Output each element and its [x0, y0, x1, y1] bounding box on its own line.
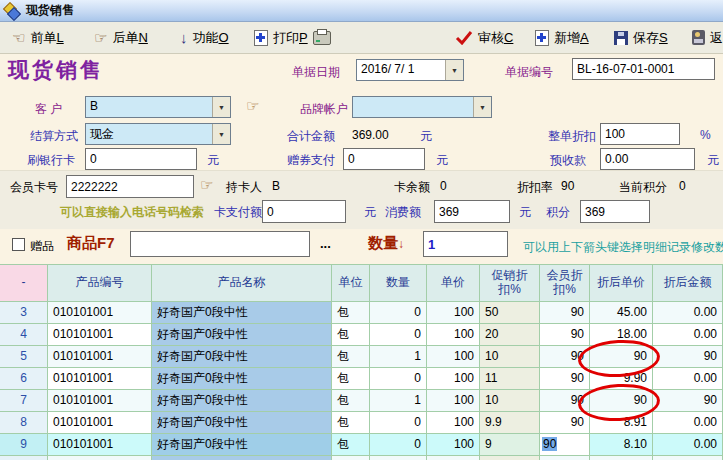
cell-price[interactable]: 100	[427, 302, 480, 324]
cell-qty[interactable]: 0	[370, 434, 427, 456]
cell-price[interactable]: 100	[427, 412, 480, 434]
doc-date-combobox[interactable]: 2016/ 7/ 1	[356, 59, 464, 81]
cell-name[interactable]: 好奇国产0段中性	[152, 346, 332, 368]
cell-promo[interactable]: 11	[480, 368, 540, 390]
cell-price[interactable]: 100	[427, 346, 480, 368]
table-row[interactable]: 7010101001好奇国产0段中性包110010909090	[0, 390, 723, 412]
cell-name[interactable]: 好奇国产0段中性	[152, 390, 332, 412]
column-header[interactable]: 折后单价	[590, 265, 653, 302]
cell-price[interactable]: 100	[427, 390, 480, 412]
cell-no[interactable]: 6	[0, 368, 48, 390]
editing-cell-selected-text[interactable]: 90	[542, 437, 557, 451]
cell-amount[interactable]: 0.00	[653, 368, 723, 390]
print-button[interactable]: 打印P	[254, 22, 331, 53]
cell-code[interactable]: 010101001	[48, 412, 152, 434]
cell-unit[interactable]: 包	[332, 346, 370, 368]
whole-discount-input[interactable]	[600, 123, 680, 145]
cell-amount[interactable]: 90	[653, 346, 723, 368]
cell-name[interactable]: 好奇国产0段中性	[152, 434, 332, 456]
cell-amount[interactable]: 0.00	[653, 412, 723, 434]
next-doc-button[interactable]: ☞ 后单N	[94, 22, 148, 53]
cell-member[interactable]: 90	[540, 324, 590, 346]
cell-qty[interactable]: 0	[370, 412, 427, 434]
brand-account-combobox[interactable]	[352, 96, 492, 118]
cell-price[interactable]: 100	[427, 368, 480, 390]
cell-no[interactable]: 3	[0, 302, 48, 324]
cell-disc_price[interactable]: 18.00	[590, 324, 653, 346]
cell-member[interactable]: 90	[540, 434, 590, 456]
cell-code[interactable]: 010101001	[48, 434, 152, 456]
coupon-pay-input[interactable]	[343, 148, 425, 170]
cell-code[interactable]: 010101001	[48, 302, 152, 324]
cell-amount[interactable]: 0.00	[653, 434, 723, 456]
column-header[interactable]: 单位	[332, 265, 370, 302]
card-pay-input[interactable]	[262, 200, 346, 223]
cell-name[interactable]: 好奇国产0段中性	[152, 412, 332, 434]
column-header[interactable]: 会员折扣%	[540, 265, 590, 302]
cell-no[interactable]: 8	[0, 412, 48, 434]
cell-amount[interactable]: 90	[653, 390, 723, 412]
save-button[interactable]: 保存S	[614, 22, 668, 53]
column-header[interactable]: -	[0, 265, 48, 302]
cell-amount[interactable]: 0.00	[653, 302, 723, 324]
cell-disc_price[interactable]: 90	[590, 390, 653, 412]
cell-qty[interactable]: 0	[370, 302, 427, 324]
cell-price[interactable]: 100	[427, 434, 480, 456]
back-button[interactable]: 返回	[692, 22, 723, 53]
cell-disc_price[interactable]: 8.91	[590, 412, 653, 434]
cell-no[interactable]: 4	[0, 324, 48, 346]
cell-promo[interactable]: 10	[480, 346, 540, 368]
cell-code[interactable]: 010101001	[48, 368, 152, 390]
cell-disc_price[interactable]: 9.90	[590, 368, 653, 390]
table-row[interactable]: 8010101001好奇国产0段中性包01009.9908.910.00	[0, 412, 723, 434]
cell-no[interactable]: 9	[0, 434, 48, 456]
cell-amount[interactable]: 0.00	[653, 324, 723, 346]
cell-promo[interactable]: 50	[480, 302, 540, 324]
column-header[interactable]: 产品编号	[48, 265, 152, 302]
table-row[interactable]: 6010101001好奇国产0段中性包010011909.900.00	[0, 368, 723, 390]
printer-icon[interactable]	[313, 31, 331, 45]
table-row[interactable]: 4010101001好奇国产0段中性包0100209018.000.00	[0, 324, 723, 346]
column-header[interactable]: 产品名称	[152, 265, 332, 302]
customer-dropdown-button[interactable]	[212, 97, 230, 117]
cell-price[interactable]: 100	[427, 324, 480, 346]
bank-card-input[interactable]	[85, 148, 197, 170]
member-card-input[interactable]	[66, 175, 194, 198]
product-input[interactable]	[130, 231, 310, 257]
settle-method-combobox[interactable]: 现金	[85, 123, 231, 145]
cell-unit[interactable]: 包	[332, 368, 370, 390]
cell-promo[interactable]: 9	[480, 434, 540, 456]
cell-unit[interactable]: 包	[332, 434, 370, 456]
qty-input[interactable]	[423, 231, 508, 257]
audit-button[interactable]: 审核C	[455, 22, 513, 53]
cell-code[interactable]: 010101001	[48, 390, 152, 412]
cell-unit[interactable]: 包	[332, 324, 370, 346]
column-header[interactable]: 数量	[370, 265, 427, 302]
cell-code[interactable]: 010101001	[48, 346, 152, 368]
cell-member[interactable]: 90	[540, 390, 590, 412]
cell-qty[interactable]: 1	[370, 390, 427, 412]
cell-disc_price[interactable]: 8.10	[590, 434, 653, 456]
cell-no[interactable]: 5	[0, 346, 48, 368]
column-header[interactable]: 单价	[427, 265, 480, 302]
cell-promo[interactable]: 20	[480, 324, 540, 346]
brand-account-dropdown-button[interactable]	[473, 97, 491, 117]
member-lookup-hand-icon[interactable]	[200, 177, 213, 192]
precharge-input[interactable]	[600, 148, 695, 170]
table-row[interactable]: 9010101001好奇国产0段中性包01009908.100.00	[0, 434, 723, 456]
cell-member[interactable]: 90	[540, 412, 590, 434]
column-header[interactable]: 折后金额	[653, 265, 723, 302]
table-row[interactable]: 5010101001好奇国产0段中性包110010909090	[0, 346, 723, 368]
cell-name[interactable]: 好奇国产0段中性	[152, 324, 332, 346]
settle-method-dropdown-button[interactable]	[212, 124, 230, 144]
cell-member[interactable]: 90	[540, 302, 590, 324]
consume-input[interactable]	[434, 200, 510, 223]
cell-code[interactable]: 010101001	[48, 324, 152, 346]
points-input[interactable]	[580, 200, 650, 223]
cell-member[interactable]: 90	[540, 346, 590, 368]
doc-no-input[interactable]	[572, 58, 715, 80]
cell-disc_price[interactable]: 45.00	[590, 302, 653, 324]
column-header[interactable]: 促销折扣%	[480, 265, 540, 302]
new-button[interactable]: 新增A	[535, 22, 589, 53]
prev-doc-button[interactable]: ☞ 前单L	[12, 22, 64, 53]
